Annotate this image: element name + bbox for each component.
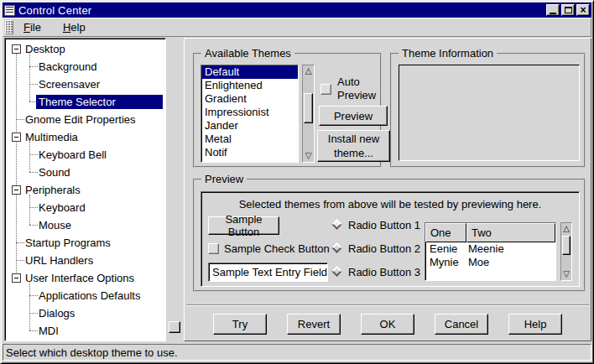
tree-collapse-icon[interactable]: [12, 44, 21, 54]
radio-button-1-icon[interactable]: [331, 219, 342, 230]
menubar: File Help: [3, 18, 591, 37]
tree-collapse-icon[interactable]: [12, 185, 21, 195]
sidebar-item-keyboard[interactable]: Keyboard: [5, 199, 165, 216]
sidebar-item-gnome-edit-properties[interactable]: Gnome Edit Properties: [5, 111, 165, 128]
theme-list-item[interactable]: Metal: [201, 133, 298, 146]
sidebar-item-keyboard-bell[interactable]: Keyboard Bell: [5, 146, 165, 164]
scroll-down-icon[interactable]: ▽: [561, 268, 571, 280]
radio-button-2-label: Radio Button 2: [348, 242, 420, 255]
column-header-two[interactable]: Two: [466, 223, 555, 242]
ok-button[interactable]: OK: [361, 314, 414, 335]
sidebar-item-user-interface-options[interactable]: User Interface Options: [5, 269, 165, 287]
maximize-button[interactable]: [561, 4, 575, 16]
minimize-button[interactable]: [546, 4, 560, 16]
scroll-down-icon[interactable]: ▽: [303, 150, 314, 162]
sidebar-item-multimedia[interactable]: Multimedia: [5, 128, 165, 146]
table-cell: Meenie: [466, 242, 555, 256]
status-text: Select which desktop theme to use.: [6, 346, 178, 359]
help-button[interactable]: Help: [508, 314, 562, 335]
try-button[interactable]: Try: [213, 314, 267, 335]
titlebar: Control Center ×: [3, 3, 591, 18]
radio-button-3-label: Radio Button 3: [348, 266, 420, 278]
available-themes-frame: Available Themes Default Enlightened Gra…: [193, 53, 382, 168]
sidebar-item-url-handlers[interactable]: URL Handlers: [5, 252, 165, 269]
sidebar-item-mdi[interactable]: MDI: [5, 322, 165, 340]
table-header-row: One Two: [425, 223, 555, 242]
revert-button[interactable]: Revert: [287, 314, 341, 335]
preview-frame: Preview Selected themes from above will …: [193, 179, 586, 292]
cancel-button[interactable]: Cancel: [435, 314, 488, 335]
sidebar-item-desktop[interactable]: Desktop: [5, 40, 165, 58]
sidebar-item-peripherals[interactable]: Peripherals: [5, 181, 165, 199]
sidebar-item-applications-defaults[interactable]: Applications Defaults: [5, 287, 165, 304]
statusbar: Select which desktop theme to use.: [3, 344, 591, 361]
scroll-up-icon[interactable]: △: [561, 223, 571, 235]
minimize-icon: [550, 13, 556, 14]
theme-information-box: [399, 65, 580, 161]
auto-preview-label: Auto Preview: [337, 75, 389, 102]
separator: [186, 304, 589, 306]
auto-preview-checkbox[interactable]: [320, 84, 331, 95]
theme-list-item[interactable]: Default: [201, 65, 298, 79]
install-new-theme-button[interactable]: Install new theme...: [317, 130, 390, 162]
sidebar-item-mouse[interactable]: Mouse: [5, 216, 165, 234]
menubar-grip[interactable]: [5, 20, 13, 34]
table-cell: Moe: [466, 256, 555, 269]
theme-list-item[interactable]: Enlightened: [201, 79, 298, 92]
sidebar-item-startup-programs[interactable]: Startup Programs: [5, 234, 165, 252]
preview-button[interactable]: Preview: [319, 106, 388, 126]
theme-selector-panel: Available Themes Default Enlightened Gra…: [184, 38, 591, 341]
control-center-window: Control Center × File Help Desktop Backg…: [0, 0, 594, 364]
category-tree: Desktop Background Screensaver Theme Sel…: [4, 38, 166, 341]
window-title: Control Center: [18, 4, 546, 17]
menu-help[interactable]: Help: [58, 19, 91, 35]
table-cell: Mynie: [425, 256, 466, 269]
theme-list-item[interactable]: Jander: [201, 119, 298, 133]
preview-box: Selected themes from above will be teste…: [201, 191, 580, 287]
theme-list-item[interactable]: Gradient: [201, 92, 298, 106]
radio-button-1-label: Radio Button 1: [348, 219, 420, 231]
table-row[interactable]: Eenie Meenie: [425, 242, 555, 256]
sidebar-item-background[interactable]: Background: [5, 58, 165, 75]
sidebar-item-theme-selector[interactable]: Theme Selector: [5, 93, 165, 111]
window-controls: ×: [546, 4, 590, 16]
window-menu-icon[interactable]: [4, 5, 15, 16]
table-cell: Eenie: [425, 242, 466, 256]
sample-table-scrollbar[interactable]: △ ▽: [560, 222, 572, 281]
sidebar-item-sound[interactable]: Sound: [5, 164, 165, 181]
paned-splitter[interactable]: [166, 38, 184, 341]
sample-check-label: Sample Check Button: [224, 242, 330, 255]
theme-list: Default Enlightened Gradient Impressioni…: [201, 65, 299, 163]
theme-information-frame: Theme Information: [390, 53, 586, 168]
scrollbar-thumb[interactable]: [304, 93, 313, 123]
sample-button[interactable]: Sample Button: [208, 216, 279, 235]
frame-title: Theme Information: [399, 47, 497, 60]
preview-caption: Selected themes from above will be teste…: [201, 198, 579, 211]
menu-file[interactable]: File: [18, 19, 46, 35]
column-header-one[interactable]: One: [425, 223, 466, 242]
theme-list-item[interactable]: Impressionist: [201, 106, 298, 119]
paned-handle[interactable]: [169, 321, 180, 333]
tree-collapse-icon[interactable]: [12, 273, 21, 283]
action-button-row: Try Revert OK Cancel Help: [185, 314, 591, 335]
frame-title: Available Themes: [201, 47, 294, 60]
close-icon: ×: [580, 6, 586, 14]
radio-button-2-icon[interactable]: [331, 242, 342, 253]
sidebar-item-screensaver[interactable]: Screensaver: [5, 75, 165, 93]
radio-button-3-icon[interactable]: [331, 266, 342, 277]
sidebar-item-dialogs[interactable]: Dialogs: [5, 304, 165, 322]
close-button[interactable]: ×: [576, 4, 590, 16]
sample-table: One Two Eenie Meenie Mynie Moe: [425, 222, 556, 281]
sample-check-button[interactable]: [208, 243, 219, 254]
scroll-up-icon[interactable]: △: [303, 65, 314, 77]
scrollbar-thumb[interactable]: [562, 236, 571, 255]
tree-collapse-icon[interactable]: [12, 133, 21, 142]
maximize-icon: [565, 7, 572, 13]
theme-list-item[interactable]: Notif: [201, 146, 298, 159]
theme-list-scrollbar[interactable]: △ ▽: [302, 65, 315, 163]
table-row[interactable]: Mynie Moe: [425, 256, 555, 269]
sample-text-entry[interactable]: [208, 263, 328, 282]
frame-title: Preview: [201, 173, 247, 185]
